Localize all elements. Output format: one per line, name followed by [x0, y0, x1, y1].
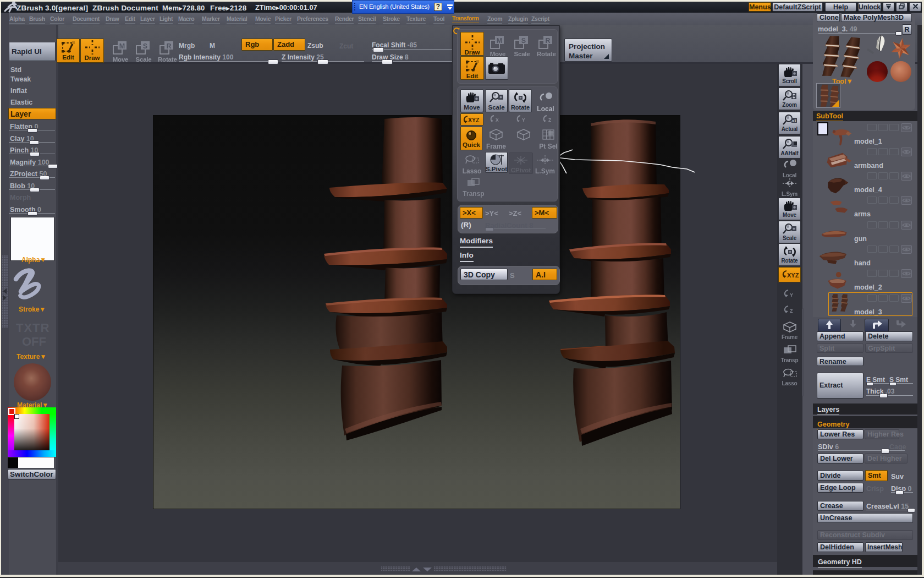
svg-text:XYZ: XYZ: [787, 272, 799, 279]
svg-text:R: R: [545, 37, 550, 45]
svg-text:S: S: [143, 42, 147, 50]
svg-text:X: X: [496, 117, 499, 123]
svg-text:S: S: [521, 37, 526, 45]
svg-text:Y: Y: [522, 117, 525, 123]
svg-text:R: R: [166, 42, 171, 50]
svg-text:Z: Z: [548, 117, 551, 123]
svg-text:M: M: [119, 42, 125, 50]
svg-text:XYZ: XYZ: [468, 117, 480, 123]
svg-text:Y: Y: [790, 292, 793, 298]
svg-text:Z: Z: [790, 308, 793, 314]
svg-text:x1: x1: [792, 118, 796, 122]
svg-text:M: M: [497, 37, 502, 45]
